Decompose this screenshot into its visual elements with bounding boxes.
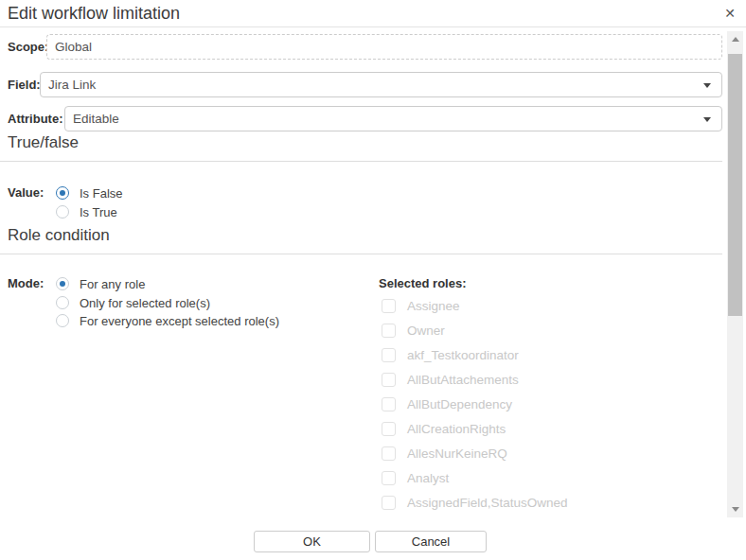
role-list-item: AssignedField,StatusOwned xyxy=(382,495,568,510)
role-list-item: AllesNurKeineRQ xyxy=(382,446,507,461)
field-label: Field: xyxy=(8,72,41,97)
only-selected-roles-radio-label[interactable]: Only for selected role(s) xyxy=(80,296,210,310)
role-checkbox-allbutattachements xyxy=(382,373,396,387)
for-any-role-radio[interactable] xyxy=(56,277,69,290)
role-label: AllButDependency xyxy=(407,397,512,411)
role-list-item: akf_Testkoordinator xyxy=(382,347,519,362)
edit-workflow-limitation-dialog: Edit workflow limitation ✕ Scope: Global… xyxy=(0,0,746,560)
role-checkbox-allbutdependency xyxy=(382,397,396,411)
role-label: AllButAttachements xyxy=(407,373,519,387)
role-checkbox-akf-testkoordinator xyxy=(382,348,396,362)
vertical-scrollbar[interactable] xyxy=(727,31,743,517)
ok-button[interactable]: OK xyxy=(254,531,370,552)
role-label: Assignee xyxy=(407,299,460,313)
field-value: Jira Link xyxy=(48,78,96,92)
mode-label: Mode: xyxy=(8,276,44,291)
radio-row-only-selected-roles: Only for selected role(s) xyxy=(56,295,210,310)
is-true-radio-label[interactable]: Is True xyxy=(80,205,117,219)
role-list-item: Owner xyxy=(382,323,445,338)
is-true-radio[interactable] xyxy=(56,205,69,219)
close-icon[interactable]: ✕ xyxy=(724,5,736,22)
role-checkbox-allesnurkeinerq xyxy=(382,446,396,461)
role-label: AllesNurKeineRQ xyxy=(407,446,507,461)
role-label: AssignedField,StatusOwned xyxy=(407,496,568,510)
scope-label: Scope: xyxy=(8,34,48,60)
radio-row-is-false: Is False xyxy=(56,185,123,201)
chevron-down-icon xyxy=(703,83,711,88)
role-list-item: AllButAttachements xyxy=(382,372,519,387)
field-dropdown[interactable]: Jira Link xyxy=(40,72,722,97)
dialog-header: Edit workflow limitation ✕ xyxy=(0,0,746,27)
role-label: AllCreationRights xyxy=(407,422,506,436)
role-checkbox-assignedfield-statusowned xyxy=(382,496,396,510)
true-false-section-title: True/false xyxy=(0,133,722,152)
for-any-role-radio-label[interactable]: For any role xyxy=(80,277,145,291)
radio-row-everyone-except-selected: For everyone except selected role(s) xyxy=(56,313,279,328)
radio-row-is-true: Is True xyxy=(56,204,117,219)
role-list-item: AllButDependency xyxy=(382,396,512,411)
radio-row-for-any-role: For any role xyxy=(56,276,145,291)
everyone-except-selected-radio[interactable] xyxy=(56,314,69,327)
is-false-radio[interactable] xyxy=(56,186,69,200)
role-checkbox-owner xyxy=(382,324,396,338)
scope-value: Global xyxy=(55,40,92,54)
scroll-up-button[interactable] xyxy=(727,31,743,47)
attribute-label: Attribute: xyxy=(8,106,63,131)
role-checkbox-analyst xyxy=(382,471,396,485)
role-list-item: AllCreationRights xyxy=(382,421,506,436)
is-false-radio-label[interactable]: Is False xyxy=(80,186,123,201)
arrow-up-icon xyxy=(732,37,739,42)
role-list-item: Assignee xyxy=(382,298,460,313)
only-selected-roles-radio[interactable] xyxy=(56,296,69,309)
arrow-down-icon xyxy=(732,507,739,512)
scrollbar-thumb[interactable] xyxy=(728,54,742,316)
role-label: Owner xyxy=(407,324,445,338)
value-label: Value: xyxy=(8,185,44,201)
page-title: Edit workflow limitation xyxy=(8,4,180,24)
chevron-down-icon xyxy=(703,117,711,122)
role-label: akf_Testkoordinator xyxy=(407,348,519,362)
role-checkbox-assignee xyxy=(382,299,396,313)
cancel-button[interactable]: Cancel xyxy=(375,531,487,552)
true-false-section-header: True/false xyxy=(0,133,722,162)
scroll-down-button[interactable] xyxy=(727,501,743,517)
everyone-except-selected-radio-label[interactable]: For everyone except selected role(s) xyxy=(80,314,279,328)
role-list-item: Analyst xyxy=(382,470,449,485)
role-label: Analyst xyxy=(407,471,449,485)
attribute-dropdown[interactable]: Editable xyxy=(64,106,722,131)
role-condition-section-header: Role condition xyxy=(0,226,722,254)
role-condition-section-title: Role condition xyxy=(0,226,722,245)
role-checkbox-allcreationrights xyxy=(382,422,396,436)
selected-roles-label: Selected roles: xyxy=(379,276,467,291)
attribute-value: Editable xyxy=(73,112,119,126)
scope-field[interactable]: Global xyxy=(46,34,722,60)
